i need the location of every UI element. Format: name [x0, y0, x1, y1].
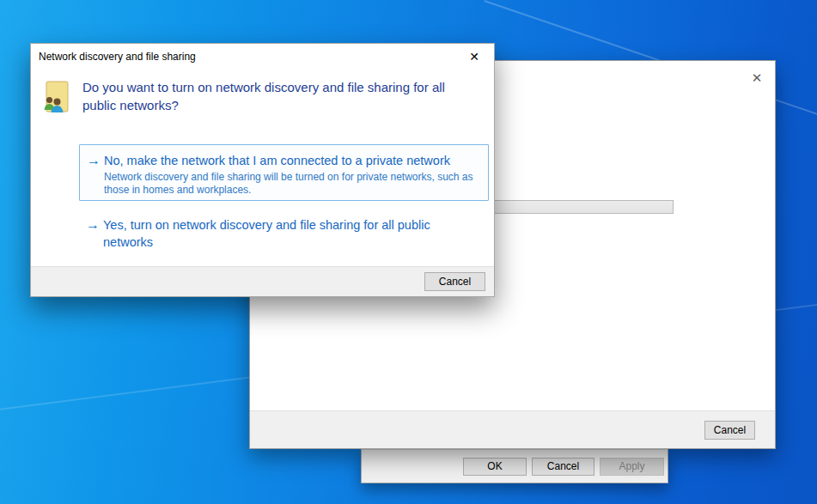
cancel-button[interactable]: Cancel — [424, 272, 485, 291]
command-link-label: No, make the network that I am connected… — [104, 152, 482, 169]
ok-button[interactable]: OK — [463, 458, 527, 476]
desktop: OK Cancel Apply ✕ Cancel Network discove… — [0, 0, 817, 504]
command-link-note: Network discovery and file sharing will … — [104, 171, 482, 197]
command-link-label: Yes, turn on network discovery and file … — [103, 216, 481, 251]
main-instruction: Do you want to turn on network discovery… — [82, 78, 479, 114]
network-sharing-users-icon — [42, 81, 70, 122]
arrow-right-icon: → — [80, 152, 104, 200]
dialog-footer: Cancel — [31, 266, 494, 296]
close-icon[interactable]: ✕ — [454, 44, 494, 70]
cancel-button[interactable]: Cancel — [704, 421, 755, 440]
command-link-no-private-network[interactable]: → No, make the network that I am connect… — [79, 144, 489, 201]
dialog-body: Do you want to turn on network discovery… — [31, 70, 494, 268]
dialog-title: Network discovery and file sharing — [31, 51, 454, 63]
arrow-right-icon: → — [79, 216, 103, 251]
network-discovery-dialog: Network discovery and file sharing ✕ Do … — [30, 43, 495, 297]
apply-button: Apply — [600, 458, 664, 476]
command-link-yes-public-networks[interactable]: → Yes, turn on network discovery and fil… — [79, 213, 489, 251]
dialog-titlebar: Network discovery and file sharing ✕ — [31, 44, 494, 70]
cancel-button[interactable]: Cancel — [532, 458, 594, 476]
close-icon[interactable]: ✕ — [746, 68, 768, 88]
window-footer: Cancel — [250, 410, 775, 448]
properties-window: OK Cancel Apply — [361, 449, 668, 483]
